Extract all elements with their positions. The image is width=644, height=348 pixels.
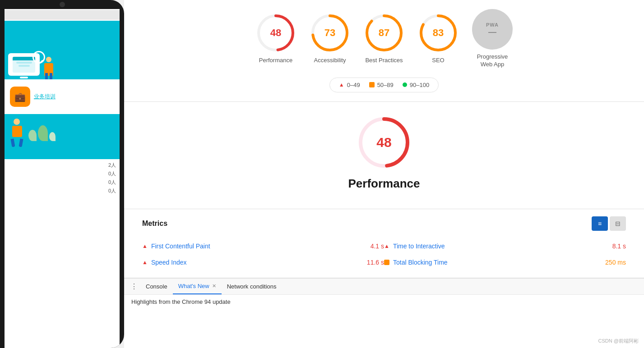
phone-content-section: 💼 业务培训 [5,79,120,114]
metric-time-to-interactive: ▲ Time to Interactive 8.1 s [384,238,626,254]
legend-green: 90–100 [403,82,429,88]
metric-icon-red-tti: ▲ [384,243,389,249]
score-label-performance: Performance [259,57,292,64]
score-label-accessibility: Accessibility [314,57,346,64]
metric-speed-index: ▲ Speed Index 11.6 s [142,254,384,270]
metrics-title: Metrics [142,220,167,228]
score-performance: 48 Performance [255,13,296,64]
score-circle-seo: 83 [418,13,459,53]
legend-red-range: 0–49 [347,82,360,88]
highlight-text: Highlights from the Chrome 94 update [131,298,231,305]
score-label-pwa: Progressive Web App [472,53,513,69]
metric-value-si: 11.6 s [367,259,384,266]
metric-value-tti: 8.1 s [612,243,626,250]
legend-orange-icon [369,82,375,87]
watermark: CSDN @前端阿彬 [598,338,639,344]
metric-name-tti: Time to Interactive [393,243,609,250]
phone-hero-section [5,21,120,79]
tab-more-button[interactable]: ⋮ [128,280,140,293]
metric-value-fcp: 4.1 s [371,243,384,250]
score-seo: 83 SEO [418,13,459,64]
score-circle-accessibility: 73 [310,13,350,53]
phone-app-label: 业务培训 [34,93,56,101]
score-circle-performance: 48 [255,13,296,53]
metric-value-tbt: 250 ms [605,259,626,266]
score-best-practices: 87 Best Practices [364,13,404,64]
score-label-seo: SEO [432,57,444,64]
phone-camera [60,2,65,7]
perf-score-text: 48 [376,135,391,150]
scores-row: 48 Performance 73 Accessibility [255,9,513,69]
performance-detail-section: 48 Performance [124,102,644,209]
phone-app-icon: 💼 [10,87,30,107]
lighthouse-scores-section: 48 Performance 73 Accessibility [124,0,644,102]
metric-first-contentful-paint: ▲ First Contentful Paint 4.1 s [142,238,384,254]
score-pwa: PWA — Progressive Web App [472,9,513,69]
metric-icon-orange-tbt [384,260,389,265]
metric-name-fcp: First Contentful Paint [151,243,367,250]
metrics-view-buttons: ≡ ⊟ [592,216,626,231]
view-btn-list[interactable]: ≡ [592,216,608,231]
phone-stats: 2人 0人 0人 0人 [5,159,120,197]
metric-total-blocking-time: Total Blocking Time 250 ms [384,254,626,270]
metrics-grid: ▲ First Contentful Paint 4.1 s ▲ Time to… [142,238,626,270]
legend-orange: 50–89 [369,82,394,88]
metrics-section: Metrics ≡ ⊟ ▲ First Contentful Paint 4.1… [124,209,644,278]
phone-address-bar [5,10,120,20]
score-legend: ▲ 0–49 50–89 90–100 [329,78,439,92]
legend-green-icon [403,82,407,87]
main-devtools-panel: 48 Performance 73 Accessibility [124,0,644,348]
phone-screen: 💼 业务培训 [5,0,120,348]
legend-red-icon: ▲ [339,82,344,88]
score-accessibility: 73 Accessibility [310,13,350,64]
score-label-best-practices: Best Practices [365,57,403,64]
legend-green-range: 90–100 [410,82,429,88]
tab-close-whats-new[interactable]: ✕ [212,283,216,289]
score-circle-best-practices: 87 [364,13,404,53]
pwa-badge: PWA [486,22,499,27]
perf-big-circle: 48 [357,115,411,169]
highlight-bar: Highlights from the Chrome 94 update [124,294,644,309]
metric-icon-red: ▲ [142,243,148,249]
pwa-circle: PWA — [472,9,513,50]
pwa-dash: — [488,27,496,37]
tab-network-conditions[interactable]: Network conditions [222,279,282,294]
phone-banner-section [5,114,120,159]
metric-icon-red-si: ▲ [142,259,148,266]
metrics-header: Metrics ≡ ⊟ [142,216,626,231]
phone-panel: 💼 业务培训 [0,0,124,348]
metric-name-tbt: Total Blocking Time [393,259,602,266]
legend-red: ▲ 0–49 [339,82,360,88]
tab-console[interactable]: Console [140,279,173,294]
tab-whats-new[interactable]: What's New ✕ [173,279,222,294]
devtools-tab-bar: ⋮ Console What's New ✕ Network condition… [124,278,644,294]
legend-orange-range: 50–89 [377,82,394,88]
metric-name-si: Speed Index [151,259,363,266]
perf-title: Performance [348,177,420,191]
view-btn-grid[interactable]: ⊟ [610,216,626,231]
